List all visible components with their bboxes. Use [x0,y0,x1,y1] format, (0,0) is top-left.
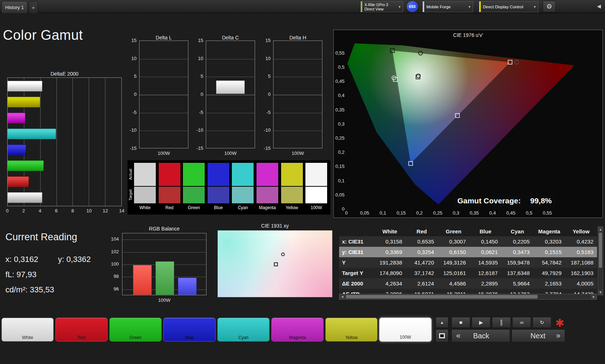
delta-l-x-label: 100W [139,151,188,156]
swatch-label-blue: Blue [208,205,229,210]
scroll-up-icon: ▲ [599,228,602,231]
meter-mode: Direct View [364,7,396,11]
cie-y-tick: 0,5 [334,64,345,70]
table-cell: 0,6150 [438,247,470,257]
patch-button-yellow[interactable]: Yellow [325,318,377,342]
cie-1931-title: CIE 1931 xy [217,223,333,229]
cie-y-tick: 0,45 [334,79,345,84]
swatch-label-yellow: Yellow [281,205,303,210]
collapse-panel-button[interactable]: ◀ [597,3,601,9]
play-button[interactable]: ▶ [472,317,491,328]
deltae-bar-white-100 [8,192,42,203]
delta-gridline [206,113,255,113]
scroll-up-button[interactable]: ▲ [598,227,603,232]
delta-c-plot [206,41,255,148]
swatch-actual-cyan [232,163,254,186]
table-horizontal-scrollbar[interactable]: ◄ ► [339,294,597,300]
col-header-cyan: Cyan [501,227,533,236]
delta-c-y-axis: 151050-5-10-15 [194,41,204,148]
table-cell: 187,1088 [565,257,597,268]
table-cell: 191,2838 [374,257,406,268]
row-label-y-cie31: y: CIE31 [339,247,374,257]
deltae-bar-yellow [8,97,40,107]
scroll-down-button[interactable]: ▼ [598,290,603,295]
patch-button-cyan[interactable]: Cyan [217,318,270,342]
tab-history-1[interactable]: History 1 [1,1,28,13]
table-row--e-2000[interactable]: ΔE 20004,26342,61244,45862,28955,96642,1… [339,278,597,289]
scroll-right-button[interactable]: ► [591,294,597,299]
repeat-button[interactable]: ↻ [533,317,551,328]
deltae-bars [8,81,121,203]
next-chevron-icon: » [556,331,560,340]
scrollbar-track[interactable] [599,233,602,289]
window-mode-button[interactable] [435,329,448,342]
plus-icon: + [32,4,35,10]
rgb-y-tick: 104 [111,236,119,242]
calman-app-window: History 1 + X-Rite i1Pro 3 Direct View ▾… [0,0,605,364]
table-row-y[interactable]: Y191,283841,4720149,312614,5935159,94785… [339,257,597,268]
continuous-button[interactable]: ∞ [512,317,531,328]
delta-gridline [139,77,188,77]
page-title: Color Gamut [3,27,83,43]
swatch-label-magenta: Magenta [256,205,278,210]
col-header-red: Red [406,227,438,236]
swatch-actual-blue [208,163,229,186]
cie-1976-panel: CIE 1976 u'v' 00,050,10,150,20,250,30,35… [333,30,603,218]
stop-button[interactable]: ■ [451,317,470,328]
cie-x-tick: 0,45 [506,210,515,216]
delta-gridline [274,77,322,77]
measurement-controls: ■▶║∞↻ [451,317,557,328]
reading-x-label: x: [5,255,12,264]
delta-gridline [139,95,188,95]
delta-y-tick: -15 [130,145,137,151]
display-control-dropdown[interactable]: Direct Display Control ▾ [479,1,538,12]
settings-button[interactable]: ⚙ [543,1,556,12]
table-cell: 0,3007 [438,236,470,247]
scroll-left-button[interactable]: ◄ [339,294,345,299]
row-label-target-y: Target Y [339,268,374,278]
table-cell: 2,1653 [533,278,565,289]
delta-value-bar [216,80,245,94]
patch-button-green[interactable]: Green [109,318,162,342]
patch-button-white[interactable]: White [1,318,54,342]
table-row-x-cie31[interactable]: x: CIE310,31580,65350,30070,14500,22050,… [339,236,597,247]
deltae-bar-red [8,176,29,187]
delta-y-tick: 10 [132,56,137,61]
swatch-target-cyan [232,187,254,203]
delta-y-tick: -15 [196,145,203,151]
patch-button-magenta[interactable]: Magenta [271,318,324,342]
deltae-x-tick: 4 [39,208,41,213]
deltae-bar-blue [8,144,26,155]
table-cell: 137,6348 [501,268,533,278]
stop-icon: ■ [459,319,462,325]
cie-x-tick: 0,3 [453,210,459,216]
table-cell: 0,5183 [565,247,597,257]
patch-button-red[interactable]: Red [55,318,108,342]
patch-button-100w[interactable]: 100W [379,318,431,342]
table-row-target-y[interactable]: Target Y174,809037,1742125,016112,618713… [339,268,597,278]
back-button[interactable]: « Back [451,329,510,342]
source-dropdown[interactable]: Mobile Forge ▾ [422,1,473,12]
table-vertical-scrollbar[interactable]: ▲ ▼ [598,227,603,295]
patch-button-blue[interactable]: Blue [163,318,216,342]
continuous-icon: ∞ [520,319,523,325]
chevron-down-icon: ▾ [466,5,473,9]
scrollbar-track[interactable] [345,294,591,299]
scrollbar-thumb[interactable] [346,295,538,299]
add-tab-button[interactable]: + [29,1,38,13]
meter-accent-stripe [361,1,362,12]
patch-list-up-button[interactable]: ▲ [435,317,448,328]
deltae-x-tick: 6 [55,208,58,213]
patch-label-magenta: Magenta [272,335,323,340]
table-cell: 162,1903 [565,268,597,278]
next-label: Next [530,332,545,340]
current-reading-title: Current Reading [5,232,77,243]
table-row-y-cie31[interactable]: y: CIE310,33690,32540,61500,06210,34730,… [339,247,597,257]
collapse-left-icon: ◀ [597,3,601,9]
delta-y-tick: 10 [198,56,203,61]
next-button[interactable]: Next » [512,329,565,342]
pause-button[interactable]: ║ [492,317,511,328]
meter-dropdown[interactable]: X-Rite i1Pro 3 Direct View ▾ [360,1,403,12]
scrollbar-thumb[interactable] [599,233,602,268]
swatch-label-green: Green [183,205,205,210]
